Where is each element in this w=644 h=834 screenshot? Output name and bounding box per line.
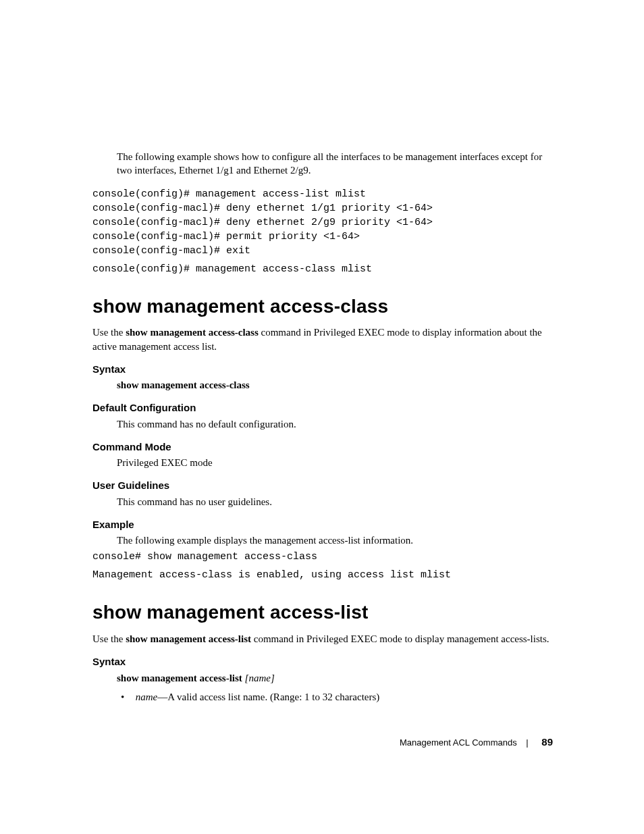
syntax-command: show management access-class <box>117 378 553 392</box>
user-guidelines-heading: User Guidelines <box>92 479 553 492</box>
command-mode-heading: Command Mode <box>92 440 553 454</box>
example-code-2: Management access-class is enabled, usin… <box>92 568 553 582</box>
intro-paragraph: The following example shows how to confi… <box>117 150 553 178</box>
page-footer: Management ACL Commands | 89 <box>400 736 553 748</box>
default-config-heading: Default Configuration <box>92 401 553 415</box>
page-body: The following example shows how to confi… <box>0 0 644 704</box>
desc2-command: show management access-list <box>126 633 251 644</box>
default-config-text: This command has no default configuratio… <box>117 417 553 431</box>
section-heading-access-list: show management access-list <box>92 600 553 625</box>
desc-command: show management access-class <box>126 327 259 338</box>
bullet-text: —A valid access list name. (Range: 1 to … <box>157 692 379 702</box>
example-description: The following example displays the manag… <box>117 533 553 547</box>
example-heading: Example <box>92 518 553 531</box>
command-mode-text: Privileged EXEC mode <box>117 456 553 469</box>
desc2-text-1: Use the <box>92 633 126 644</box>
example-code-1: console# show management access-class <box>92 550 553 564</box>
footer-separator: | <box>526 737 528 748</box>
section-heading-access-class: show management access-class <box>92 294 553 319</box>
syntax2-line: show management access-list [name] <box>117 671 553 685</box>
footer-page-number: 89 <box>541 736 553 748</box>
desc-text-1: Use the <box>92 327 126 338</box>
code-block-config-2: console(config)# management access-class… <box>92 262 553 276</box>
section2-description: Use the show management access-list comm… <box>92 632 553 646</box>
bullet-arg: name—A valid access list name. (Range: 1… <box>133 690 553 704</box>
syntax2-arg: [name] <box>242 673 275 683</box>
code-block-config: console(config)# management access-list … <box>92 187 553 258</box>
syntax2-command: show management access-list <box>117 673 242 683</box>
bullet-keyword: name <box>136 692 158 702</box>
footer-label: Management ACL Commands <box>400 737 517 748</box>
section1-description: Use the show management access-class com… <box>92 325 553 353</box>
user-guidelines-text: This command has no user guidelines. <box>117 495 553 509</box>
syntax2-heading: Syntax <box>92 655 553 669</box>
desc2-text-2: command in Privileged EXEC mode to displ… <box>251 633 549 644</box>
syntax-heading: Syntax <box>92 363 553 376</box>
